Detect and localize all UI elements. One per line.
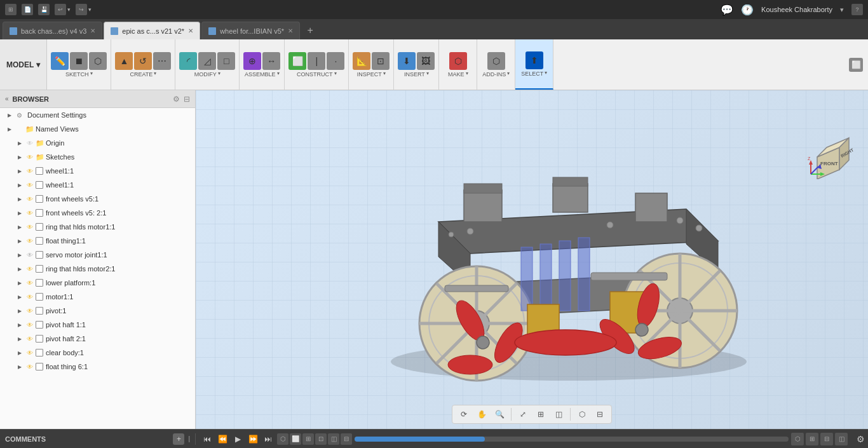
visual-style-icon[interactable]: ◫	[551, 407, 566, 422]
create-dropdown[interactable]: ▾	[154, 71, 156, 76]
undo-dropdown-arrow[interactable]: ▾	[67, 6, 71, 13]
eye-2[interactable]: 👁	[25, 139, 34, 147]
timeline-settings-button[interactable]: ⚙	[853, 431, 868, 447]
toolbar-addins[interactable]: ⬡ ADD-INS ▾	[477, 39, 515, 90]
toolbar-inspect[interactable]: 📐 ⊡ INSPECT ▾	[349, 39, 394, 90]
3dprint-icon[interactable]: ⬡	[449, 52, 467, 70]
select-icon[interactable]: ⬆	[526, 51, 543, 69]
pan-icon[interactable]: ✋	[474, 407, 489, 422]
tl-action-3[interactable]: ⊟	[820, 433, 833, 445]
finish-sketch-icon[interactable]: ⏹	[70, 52, 88, 70]
comments-collapse[interactable]: |	[188, 435, 190, 442]
tl-icon-3[interactable]: ⊞	[302, 433, 314, 445]
tl-action-2[interactable]: ⊞	[806, 433, 818, 445]
browser-item-ring-motor2[interactable]: ▶ 👁 ring that hlds motor2:1	[0, 262, 195, 276]
tab-3-close[interactable]: ✕	[288, 27, 293, 34]
create-more-icon[interactable]: ⋯	[153, 52, 171, 70]
eye-15[interactable]: 👁	[25, 320, 34, 329]
tl-action-4[interactable]: ◫	[835, 433, 848, 445]
viewport[interactable]: FRONT RIGHT Z ⟳ ✋ 🔍 ⤢ ⊞ ◫ ⬡	[196, 90, 868, 429]
toolbar-insert[interactable]: ⬇ 🖼 INSERT ▾	[394, 39, 439, 90]
browser-item-front-wheels-2[interactable]: ▶ 👁 front wheels v5: 2:1	[0, 206, 195, 220]
browser-item-servo-joint[interactable]: ▶ 👁 servo motor joint1:1	[0, 248, 195, 262]
toolbar-sketch[interactable]: ✏️ ⏹ ⬡ SKETCH ▾	[47, 39, 111, 90]
eye-3[interactable]: 👁	[25, 153, 34, 161]
tab-2-close[interactable]: ✕	[188, 27, 193, 34]
eye-14[interactable]: 👁	[25, 306, 34, 315]
eye-9[interactable]: 👁	[25, 236, 34, 245]
toolbar-create[interactable]: ▲ ↺ ⋯ CREATE ▾	[111, 39, 175, 90]
tl-action-1[interactable]: ⬡	[791, 433, 804, 445]
browser-item-wheel1-1[interactable]: ▶ 👁 wheel1:1	[0, 164, 195, 178]
user-name[interactable]: Kousheek Chakraborty	[761, 6, 832, 13]
model-dropdown[interactable]: MODEL ▾	[0, 39, 47, 90]
inspect-dropdown[interactable]: ▾	[383, 71, 386, 76]
browser-item-float-thing1[interactable]: ▶ 👁 float thing1:1	[0, 234, 195, 248]
eye-6[interactable]: 👁	[25, 194, 34, 203]
app-grid-icon[interactable]: ⊞	[5, 4, 17, 15]
browser-item-sketches[interactable]: ▶ 👁 📁 Sketches	[0, 150, 195, 164]
addin-icon[interactable]: ⬡	[487, 52, 505, 70]
browser-item-document-settings[interactable]: ▶ ⚙ Document Settings	[0, 108, 195, 122]
eye-7[interactable]: 👁	[25, 208, 34, 217]
browser-item-lower-platform[interactable]: ▶ 👁 lower platform:1	[0, 276, 195, 290]
browser-item-pivot-haft2[interactable]: ▶ 👁 pivot haft 2:1	[0, 332, 195, 346]
eye-16[interactable]: 👁	[25, 334, 34, 343]
insert-dropdown[interactable]: ▾	[426, 71, 429, 76]
eye-12[interactable]: 👁	[25, 278, 34, 287]
clock-icon[interactable]: 🕐	[741, 4, 754, 16]
chamfer-icon[interactable]: ◿	[198, 52, 216, 70]
play-button[interactable]: ▶	[231, 433, 244, 445]
browser-item-origin[interactable]: ▶ 👁 📁 Origin	[0, 136, 195, 150]
orbit-icon[interactable]: ⟳	[456, 407, 471, 422]
make-dropdown[interactable]: ▾	[466, 71, 468, 76]
modify-dropdown[interactable]: ▾	[218, 71, 220, 76]
revolve-icon[interactable]: ↺	[134, 52, 152, 70]
fit-view-icon[interactable]: ⤢	[515, 407, 531, 422]
toolbar-construct[interactable]: ⬜ | · CONSTRUCT ▾	[285, 39, 349, 90]
eye-8[interactable]: 👁	[25, 222, 34, 231]
browser-item-pivot[interactable]: ▶ 👁 pivot:1	[0, 304, 195, 318]
insert-icon[interactable]: ⬇	[398, 52, 416, 70]
section-view-icon[interactable]: ⊟	[592, 407, 607, 422]
extrude-icon[interactable]: ▲	[115, 52, 133, 70]
user-dropdown-arrow[interactable]: ▾	[840, 6, 844, 14]
tab-1-close[interactable]: ✕	[90, 27, 95, 34]
tl-icon-2[interactable]: ⬜	[290, 433, 301, 445]
save-button[interactable]: 💾	[38, 4, 50, 15]
tl-icon-6[interactable]: ⊟	[341, 433, 352, 445]
shell-icon[interactable]: □	[217, 52, 235, 70]
tab-1[interactable]: back chas...es) v4 v3 ✕	[3, 22, 102, 39]
notifications-icon[interactable]: 💬	[721, 4, 733, 16]
grid-display-icon[interactable]: ⊞	[533, 407, 548, 422]
browser-collapse-icon[interactable]: «	[5, 95, 9, 102]
sketch-icon[interactable]: ✏️	[51, 52, 69, 70]
perspective-icon[interactable]: ⬡	[574, 407, 590, 422]
layout-icon[interactable]: ⬜	[849, 58, 863, 72]
file-menu-icon[interactable]: 📄	[22, 4, 33, 15]
tab-2[interactable]: epic as c...s v21 v2* ✕	[104, 22, 200, 39]
zoom-icon[interactable]: 🔍	[492, 407, 507, 422]
comments-add-button[interactable]: +	[173, 433, 184, 445]
browser-item-wheel1-2[interactable]: ▶ 👁 wheel1:1	[0, 178, 195, 192]
joint-icon[interactable]: ⊕	[243, 52, 261, 70]
browser-item-float-thing6[interactable]: ▶ 👁 float thing 6:1	[0, 360, 195, 374]
motion-icon[interactable]: ↔	[262, 52, 280, 70]
construct-dropdown[interactable]: ▾	[334, 71, 337, 76]
eye-11[interactable]: 👁	[25, 264, 34, 273]
browser-item-clear-body[interactable]: ▶ 👁 clear body:1	[0, 346, 195, 360]
select-dropdown[interactable]: ▾	[545, 70, 547, 76]
addins-dropdown[interactable]: ▾	[507, 71, 510, 76]
browser-search-icon[interactable]: ⊟	[184, 95, 190, 104]
measure-icon[interactable]: 📐	[353, 52, 370, 70]
browser-item-named-views[interactable]: ▶ 📁 Named Views	[0, 122, 195, 136]
toolbar-select[interactable]: ⬆ SELECT ▾	[515, 39, 553, 90]
toolbar-modify[interactable]: ◜ ◿ □ MODIFY ▾	[175, 39, 240, 90]
toolbar-make[interactable]: ⬡ MAKE ▾	[439, 39, 477, 90]
tl-icon-4[interactable]: ⊡	[315, 433, 327, 445]
plane-icon[interactable]: ⬜	[288, 52, 306, 70]
browser-item-front-wheels-1[interactable]: ▶ 👁 front wheels v5:1	[0, 192, 195, 206]
eye-18[interactable]: 👁	[25, 362, 34, 371]
browser-item-motor1[interactable]: ▶ 👁 motor1:1	[0, 290, 195, 304]
timeline-track[interactable]	[355, 437, 789, 442]
